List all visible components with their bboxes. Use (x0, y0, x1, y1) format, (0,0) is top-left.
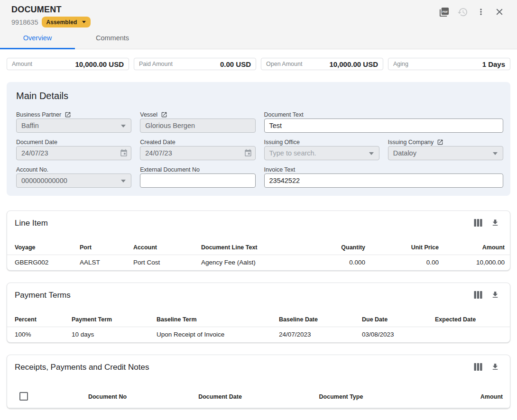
stat-value: 1 Days (482, 60, 505, 68)
field-label: Document Date (16, 139, 57, 146)
field-label: Invoice Text (264, 166, 295, 173)
table-row[interactable]: GBERG002 AALST Port Cost Agency Fee (Aal… (7, 255, 510, 271)
select-all-cell (7, 373, 40, 408)
cell-baseline-term: Upon Receipt of Invoice (149, 327, 271, 343)
main-details-panel: Main Details Business Partner Baffin Ves… (7, 82, 510, 196)
columns-icon (474, 219, 482, 227)
vessel-input[interactable]: Glorious Bergen (140, 119, 255, 133)
chevron-down-icon (121, 180, 126, 183)
column-header[interactable]: Payment Term (64, 301, 149, 327)
history-button[interactable] (457, 6, 468, 18)
download-button[interactable] (490, 218, 500, 228)
column-header[interactable]: Document No (40, 373, 175, 408)
column-header[interactable]: Quantity (299, 228, 371, 255)
created-date-input[interactable]: 24/07/23 (140, 146, 255, 160)
column-header[interactable]: Voyage (7, 228, 72, 255)
cell-voyage: GBERG002 (7, 255, 72, 271)
download-icon (491, 363, 499, 371)
cell-due-date: 03/08/2023 (354, 327, 427, 343)
account-no-select[interactable]: 000000000000 (16, 173, 131, 188)
calendar-icon[interactable] (244, 149, 252, 157)
download-button[interactable] (490, 290, 500, 300)
input-value: 24/07/23 (145, 149, 172, 157)
column-header[interactable]: Document Date (175, 373, 266, 408)
select-all-checkbox[interactable] (19, 392, 28, 401)
issuing-company-select[interactable]: Dataloy (388, 146, 503, 160)
field-label: Account No. (16, 166, 48, 173)
field-label: Issuing Company (388, 139, 434, 146)
receipts-title: Receipts, Payments and Credit Notes (15, 362, 149, 373)
svg-text:PDF: PDF (442, 10, 448, 13)
stat-aging: Aging 1 Days (388, 58, 510, 70)
column-header[interactable]: Unit Price (371, 228, 444, 255)
column-header[interactable]: Expected Date (427, 301, 510, 327)
columns-button[interactable] (473, 362, 483, 372)
open-in-new-icon[interactable] (437, 139, 443, 146)
receipts-card: Receipts, Payments and Credit Notes (7, 355, 510, 409)
stat-value: 10,000.00 USD (75, 60, 124, 68)
external-document-no-input[interactable] (140, 173, 255, 188)
stat-value: 10,000.00 USD (329, 60, 378, 68)
tab-overview[interactable]: Overview (0, 27, 75, 49)
table-row[interactable]: 100% 10 days Upon Receipt of Invoice 24/… (7, 327, 510, 343)
page-header: DOCUMENT 9918635 Assembled PDF (0, 0, 517, 49)
cell-account: Port Cost (126, 255, 194, 271)
stat-open-amount: Open Amount 10,000.00 USD (261, 58, 383, 70)
document-text-input[interactable]: Test (264, 119, 504, 133)
document-number: 9918635 (11, 18, 38, 26)
select-value: Dataloy (393, 149, 416, 157)
column-header[interactable]: Baseline Term (149, 301, 271, 327)
column-header[interactable]: Port (72, 228, 126, 255)
cell-amount: 10,000.00 (444, 255, 510, 271)
column-header[interactable]: Document Type (266, 373, 416, 408)
chevron-down-icon (82, 21, 86, 23)
input-value: Glorious Bergen (145, 122, 195, 129)
summary-stats-row: Amount 10,000.00 USD Paid Amount 0.00 US… (7, 58, 510, 70)
issuing-office-select[interactable]: Type to search. (264, 146, 379, 160)
select-value: 000000000000 (21, 177, 67, 184)
column-header[interactable]: Amount (416, 373, 510, 408)
business-partner-select[interactable]: Baffin (16, 119, 131, 133)
table-header-row: Document No Document Date Document Type … (7, 373, 510, 408)
stat-value: 0.00 USD (220, 60, 251, 68)
tab-comments[interactable]: Comments (75, 27, 150, 49)
input-value: 24/07/23 (21, 149, 48, 157)
download-icon (491, 291, 499, 299)
stat-paid-amount: Paid Amount 0.00 USD (134, 58, 256, 70)
columns-icon (474, 291, 482, 299)
column-header[interactable]: Due Date (354, 301, 427, 327)
cell-quantity: 0.000 (299, 255, 371, 271)
stat-label: Open Amount (266, 61, 302, 67)
column-header[interactable]: Document Line Text (194, 228, 299, 255)
stat-amount: Amount 10,000.00 USD (7, 58, 129, 70)
more-menu-button[interactable] (475, 6, 487, 18)
calendar-icon[interactable] (120, 149, 128, 157)
columns-icon (474, 363, 482, 371)
column-header[interactable]: Amount (444, 228, 510, 255)
column-header[interactable]: Baseline Date (271, 301, 354, 327)
open-in-new-icon[interactable] (161, 111, 167, 118)
pdf-icon: PDF (439, 7, 450, 18)
field-invoice-text: Invoice Text 23542522 (264, 165, 504, 188)
columns-button[interactable] (473, 218, 483, 228)
table-header-row: Percent Payment Term Baseline Term Basel… (7, 301, 510, 327)
column-header[interactable]: Percent (7, 301, 64, 327)
tab-comments-label: Comments (96, 34, 129, 42)
stat-label: Paid Amount (139, 61, 173, 67)
pdf-button[interactable]: PDF (438, 6, 450, 18)
input-value: 23542522 (269, 177, 300, 184)
select-value: Baffin (21, 122, 39, 129)
chevron-down-icon (121, 125, 126, 128)
select-placeholder: Type to search. (269, 149, 316, 157)
column-header[interactable]: Account (126, 228, 194, 255)
tab-overview-label: Overview (23, 34, 52, 42)
invoice-text-input[interactable]: 23542522 (264, 173, 504, 188)
chevron-down-icon (369, 152, 374, 155)
close-button[interactable] (494, 6, 505, 18)
columns-button[interactable] (473, 290, 483, 300)
document-date-input[interactable]: 24/07/23 (16, 146, 131, 160)
download-button[interactable] (490, 362, 500, 372)
tab-bar: Overview Comments (0, 27, 150, 49)
status-badge[interactable]: Assembled (42, 17, 91, 27)
open-in-new-icon[interactable] (65, 111, 71, 118)
